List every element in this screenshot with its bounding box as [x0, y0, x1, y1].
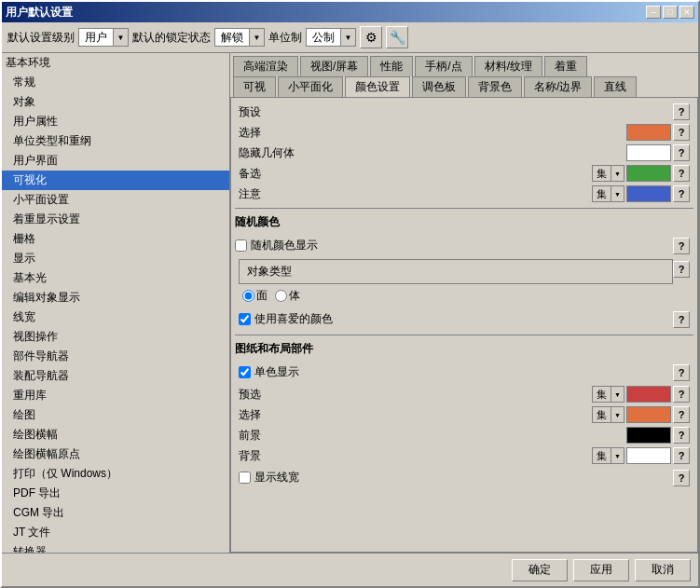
row-selection2: 选择 集 ▼ ? [235, 404, 693, 425]
sidebar-item-edit-display[interactable]: 编辑对象显示 [2, 288, 229, 308]
sidebar-item-drawing[interactable]: 绘图 [2, 405, 229, 425]
ok-button[interactable]: 确定 [512, 559, 568, 581]
tab-facet[interactable]: 小平面化 [278, 76, 343, 98]
show-linewidth-checkbox[interactable] [239, 472, 251, 484]
alternative-color-box[interactable] [626, 165, 671, 182]
alternative-help-btn[interactable]: ? [673, 165, 690, 182]
preselect-color-box[interactable] [626, 386, 671, 403]
lock-select-container[interactable]: 解锁 ▼ [214, 28, 265, 47]
favorite-color-help-btn[interactable]: ? [673, 311, 690, 328]
foreground-help-btn[interactable]: ? [673, 427, 690, 444]
show-linewidth-help-btn[interactable]: ? [673, 470, 690, 486]
sidebar-item-unit-type[interactable]: 单位类型和重纲 [2, 131, 229, 151]
tab-line[interactable]: 直线 [594, 76, 637, 98]
tab-color-settings[interactable]: 颜色设置 [345, 76, 410, 98]
hidden-geometry-color-box[interactable] [626, 144, 671, 161]
close-button[interactable]: ✕ [679, 6, 694, 19]
preselect-select[interactable]: 集 ▼ [592, 386, 625, 403]
tab-name-border[interactable]: 名称/边界 [524, 76, 592, 98]
selection-label: 选择 [235, 125, 626, 141]
unit-dropdown-arrow[interactable]: ▼ [340, 29, 355, 46]
sidebar-item-print[interactable]: 打印（仅 Windows） [2, 464, 229, 484]
random-color-checkbox[interactable] [235, 239, 247, 252]
background-select-arrow[interactable]: ▼ [611, 448, 624, 463]
tab-highlight[interactable]: 着重 [544, 56, 587, 77]
apply-button[interactable]: 应用 [573, 559, 629, 581]
tab-handle-point[interactable]: 手柄/点 [415, 56, 472, 77]
sidebar-item-base-env[interactable]: 基本环境 [2, 53, 229, 73]
unit-select-container[interactable]: 公制 ▼ [306, 28, 356, 47]
tab-material-texture[interactable]: 材料/纹理 [474, 56, 542, 77]
tab-view-screen[interactable]: 视图/屏幕 [300, 56, 368, 77]
notice-select-arrow[interactable]: ▼ [611, 186, 624, 201]
alternative-select[interactable]: 集 ▼ [592, 165, 625, 182]
body-radio[interactable] [275, 290, 287, 302]
maximize-button[interactable]: □ [663, 6, 678, 19]
sidebar-item-display[interactable]: 显示 [2, 249, 229, 268]
selection2-select-arrow[interactable]: ▼ [611, 407, 624, 422]
object-type-help-btn[interactable]: ? [673, 261, 690, 278]
monochrome-help-btn[interactable]: ? [673, 364, 690, 381]
lock-dropdown-arrow[interactable]: ▼ [249, 29, 264, 46]
background-select[interactable]: 集 ▼ [592, 447, 625, 464]
sidebar-item-asm-nav[interactable]: 装配导航器 [2, 366, 229, 386]
sidebar-item-converter[interactable]: 转换器 [2, 542, 229, 553]
background-help-btn[interactable]: ? [673, 447, 690, 464]
sidebar-item-visualize[interactable]: 可视化 [2, 171, 229, 190]
background-color-box[interactable] [626, 447, 671, 464]
sidebar-item-view-op[interactable]: 视图操作 [2, 327, 229, 347]
monochrome-checkbox[interactable] [239, 366, 251, 378]
selection-color-box[interactable] [626, 124, 671, 141]
notice-help-btn[interactable]: ? [673, 185, 690, 202]
sidebar-item-reuse-lib[interactable]: 重用库 [2, 386, 229, 405]
selection-help-btn[interactable]: ? [673, 124, 690, 141]
tool-icon-btn[interactable]: 🔧 [386, 26, 408, 48]
level-select-container[interactable]: 用户 ▼ [78, 28, 129, 47]
preselect-select-arrow[interactable]: ▼ [611, 387, 624, 402]
sidebar-item-cgm-export[interactable]: CGM 导出 [2, 503, 229, 523]
sidebar-item-grid[interactable]: 栅格 [2, 229, 229, 249]
notice-color-box[interactable] [626, 185, 671, 202]
preset-label: 预设 [235, 104, 673, 120]
tab-bg-color[interactable]: 背景色 [468, 76, 522, 98]
alternative-select-arrow[interactable]: ▼ [611, 166, 624, 181]
row-selection: 选择 ? [235, 122, 693, 143]
sidebar-item-user-interface[interactable]: 用户界面 [2, 151, 229, 171]
sidebar-item-general[interactable]: 常规 [2, 73, 229, 92]
favorite-color-checkbox[interactable] [239, 313, 251, 325]
selection2-color-box[interactable] [626, 406, 671, 423]
sidebar-item-draw-banner[interactable]: 绘图横幅 [2, 425, 229, 444]
face-radio[interactable] [242, 290, 254, 302]
cancel-button[interactable]: 取消 [635, 559, 691, 581]
tab-visible[interactable]: 可视 [233, 76, 276, 98]
unit-select-value: 公制 [307, 30, 340, 46]
sidebar-item-user-attr[interactable]: 用户属性 [2, 112, 229, 131]
tab-high-render[interactable]: 高端渲染 [233, 56, 298, 77]
sidebar-item-pdf-export[interactable]: PDF 导出 [2, 484, 229, 503]
sidebar-item-jt-file[interactable]: JT 文件 [2, 523, 229, 542]
sidebar-item-draw-banner-origin[interactable]: 绘图横幅原点 [2, 444, 229, 464]
row-object-type: 对象类型 面 体 ? [235, 257, 693, 308]
notice-label: 注意 [235, 186, 592, 202]
hidden-geometry-help-btn[interactable]: ? [673, 144, 690, 161]
row-background: 背景 集 ▼ ? [235, 445, 693, 466]
random-color-help-btn[interactable]: ? [673, 238, 690, 254]
row-hidden-geometry: 隐藏几何体 ? [235, 143, 693, 163]
foreground-color-box[interactable] [626, 427, 671, 444]
level-dropdown-arrow[interactable]: ▼ [113, 29, 128, 46]
sidebar-item-basic-light[interactable]: 基本光 [2, 268, 229, 288]
selection2-help-btn[interactable]: ? [673, 406, 690, 423]
sidebar-item-facet-settings[interactable]: 小平面设置 [2, 190, 229, 210]
minimize-button[interactable]: ─ [646, 6, 661, 19]
tab-performance[interactable]: 性能 [370, 56, 413, 77]
sidebar-item-line-width[interactable]: 线宽 [2, 308, 229, 327]
selection2-select[interactable]: 集 ▼ [592, 406, 625, 423]
preselect-help-btn[interactable]: ? [673, 386, 690, 403]
tab-palette[interactable]: 调色板 [412, 76, 466, 98]
sidebar-item-part-nav[interactable]: 部件导航器 [2, 347, 229, 366]
preset-help-btn[interactable]: ? [673, 103, 690, 120]
sidebar-item-highlight-settings[interactable]: 着重显示设置 [2, 210, 229, 229]
notice-select[interactable]: 集 ▼ [592, 185, 625, 202]
settings-icon-btn[interactable]: ⚙ [360, 26, 382, 48]
sidebar-item-object[interactable]: 对象 [2, 92, 229, 112]
